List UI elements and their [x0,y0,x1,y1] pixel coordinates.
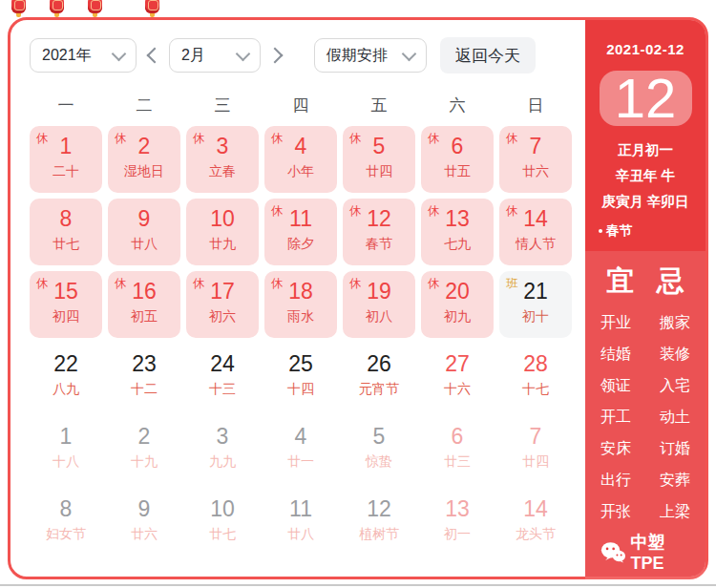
calendar-day-cell[interactable]: 休15初四 [30,271,102,338]
day-number: 1 [30,423,102,450]
bottom-divider [0,584,716,586]
calendar-day-cell[interactable]: 23十二 [108,344,180,410]
weekday-label: 六 [421,94,494,116]
calendar-day-cell[interactable]: 7廿四 [499,416,572,483]
rest-badge: 休 [349,276,362,292]
day-number: 10 [186,205,259,232]
calendar-day-cell[interactable]: 8妇女节 [30,489,102,556]
almanac-item: 结婚 [600,338,631,369]
calendar-day-cell[interactable]: 休14情人节 [499,199,572,265]
calendar-day-cell[interactable]: 休16初五 [108,271,180,338]
ji-title: 忌 [657,262,684,301]
weekday-label: 二 [108,94,180,116]
calendar-card: 2021年 2月 假期安排 返回今天 一二三四五六日 休1二十休2湿地日休3立春… [8,17,708,579]
lunar-label: 十三 [186,379,259,398]
calendar-day-cell[interactable]: 8廿七 [30,199,102,265]
lunar-label: 元宵节 [343,379,415,398]
back-to-today-button[interactable]: 返回今天 [440,37,536,74]
calendar-day-cell[interactable]: 休1二十 [30,126,102,193]
rest-badge: 休 [115,131,127,147]
lunar-label: 廿四 [343,161,415,180]
month-select[interactable]: 2月 [169,38,261,73]
day-number: 12 [615,71,677,126]
lunar-label: 廿七 [30,234,102,253]
calendar-day-cell[interactable]: 休13七九 [421,199,494,265]
calendar-day-cell[interactable]: 3九九 [186,416,259,483]
lunar-label: 雨水 [264,306,337,326]
calendar-day-cell[interactable]: 休18雨水 [264,271,337,338]
calendar-day-cell[interactable]: 27十六 [421,344,494,410]
calendar-day-cell[interactable]: 休2湿地日 [108,126,180,193]
chevron-left-icon [147,48,163,64]
lunar-label: 初一 [421,524,494,543]
yi-list: 开业结婚领证开工安床出行开张 [600,306,631,527]
calendar-day-cell[interactable]: 2十九 [108,416,180,483]
calendar-day-cell[interactable]: 9廿六 [108,489,180,556]
calendar-day-cell[interactable]: 6廿三 [421,416,494,483]
calendar-day-cell[interactable]: 休4小年 [264,126,337,193]
lunar-label: 初五 [108,306,180,326]
year-select[interactable]: 2021年 [30,38,137,73]
lunar-label: 湿地日 [108,161,180,180]
day-number: 2 [108,423,180,450]
calendar-day-cell[interactable]: 休7廿六 [499,126,572,193]
day-number: 25 [264,350,337,377]
rest-badge: 休 [349,131,362,147]
almanac-item: 上梁 [660,495,690,527]
ji-list: 搬家装修入宅动土订婚安葬上梁 [660,306,690,527]
lunar-label: 惊蛰 [343,452,415,471]
day-number: 12 [343,495,415,522]
calendar-day-cell[interactable]: 9廿八 [108,199,180,265]
brand-mark: 中塑TPE [600,531,690,574]
calendar-day-cell[interactable]: 休20初九 [421,271,494,338]
calendar-day-cell[interactable]: 24十三 [186,344,259,410]
calendar-day-cell[interactable]: 休5廿四 [343,126,415,193]
calendar-day-cell[interactable]: 22八九 [30,344,102,410]
bullet-icon [599,229,602,233]
next-month-button[interactable] [261,38,293,73]
calendar-day-cell[interactable]: 班21初十 [499,271,572,338]
calendar-day-cell[interactable]: 休19初八 [343,271,415,338]
calendar-day-cell[interactable]: 10廿九 [186,199,259,265]
lunar-label: 十四 [264,379,337,398]
holiday-select-value: 假期安排 [326,46,388,66]
calendar-day-cell[interactable]: 休11除夕 [264,199,337,265]
calendar-day-cell[interactable]: 14龙头节 [499,489,572,556]
calendar-day-cell[interactable]: 休6廿五 [421,126,494,193]
lunar-label: 龙头节 [499,524,572,543]
calendar-day-cell[interactable]: 4廿一 [264,416,337,483]
calendar-day-cell[interactable]: 1十八 [30,416,102,483]
calendar-day-cell[interactable]: 5惊蛰 [343,416,415,483]
month-select-value: 2月 [181,46,205,66]
day-number: 13 [421,495,494,522]
calendar-day-cell[interactable]: 28十七 [499,344,572,410]
almanac-item: 入宅 [660,369,690,401]
day-number: 28 [499,350,572,377]
weekday-label: 三 [186,94,259,116]
rest-badge: 休 [115,276,127,292]
calendar-day-cell[interactable]: 休3立春 [186,126,259,193]
calendar-day-cell[interactable]: 休12春节 [343,199,415,265]
calendar-day-cell[interactable]: 25十四 [264,344,337,410]
calendar-day-cell[interactable]: 10廿七 [186,489,259,556]
ganzhi-month-day: 庚寅月 辛卯日 [585,189,705,215]
weekday-label: 日 [499,94,572,116]
holiday-select[interactable]: 假期安排 [314,38,427,73]
calendar-day-cell[interactable]: 13初一 [421,489,494,556]
lunar-label: 廿一 [264,452,337,471]
lantern-decorations [0,0,210,17]
lunar-label: 妇女节 [30,524,102,543]
brand-text: 中塑TPE [630,531,690,574]
calendar-day-cell[interactable]: 休17初六 [186,271,259,338]
festival-label: 春节 [599,222,705,240]
lunar-label: 初九 [421,306,494,326]
day-number: 5 [343,423,415,450]
day-number: 23 [108,350,180,377]
calendar-day-cell[interactable]: 11廿八 [264,489,337,556]
lunar-label: 立春 [186,161,259,180]
calendar-day-cell[interactable]: 12植树节 [343,489,415,556]
selected-date: 2021-02-12 [585,41,705,57]
calendar-day-cell[interactable]: 26元宵节 [343,344,415,410]
almanac-item: 出行 [600,464,631,495]
prev-month-button[interactable] [137,38,169,73]
